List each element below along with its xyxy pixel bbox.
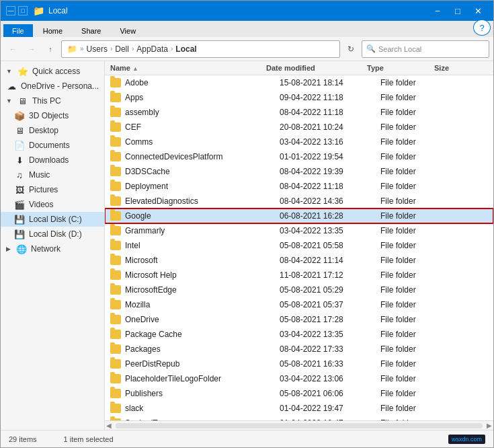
tab-home[interactable]: Home [34,24,71,37]
tab-share[interactable]: Share [73,24,110,37]
table-row[interactable]: Packages 08-04-2022 17:33 File folder [105,342,493,357]
file-type: File folder [380,300,448,309]
file-list: Adobe 15-08-2021 18:14 File folder Apps … [105,75,493,420]
table-row[interactable]: slack 01-04-2022 19:47 File folder [105,401,493,416]
table-row[interactable]: ElevatedDiagnostics 08-04-2022 14:36 Fil… [105,194,493,209]
sidebar-item-quick-access[interactable]: ▼ ⭐ Quick access [1,64,104,79]
minimize-icon[interactable]: — [6,6,15,15]
expand-icon: ▼ [6,98,12,104]
sidebar-item-downloads[interactable]: ⬇ Downloads [1,153,104,167]
table-row[interactable]: Deployment 08-04-2022 11:18 File folder [105,179,493,194]
file-name: Mozilla [125,300,150,309]
table-row[interactable]: SquirrelTemp 01-04-2022 19:47 File folde… [105,416,493,420]
horizontal-scrollbar[interactable]: ◀ ▶ [105,420,493,430]
breadcrumb-dell[interactable]: Dell [115,44,129,54]
scroll-left-arrow[interactable]: ◀ [105,422,113,429]
breadcrumb-users[interactable]: Users [87,44,108,54]
table-row[interactable]: Microsoft 08-04-2022 11:14 File folder [105,253,493,268]
table-row[interactable]: OneDrive 05-08-2021 17:28 File folder [105,312,493,327]
table-row[interactable]: MicrosoftEdge 05-08-2021 05:29 File fold… [105,283,493,297]
table-row[interactable]: Publishers 05-08-2021 06:06 File folder [105,386,493,401]
window-close-button[interactable]: ✕ [468,1,488,21]
help-button[interactable]: ? [473,20,491,36]
table-row[interactable]: D3DSCache 08-04-2022 19:39 File folder [105,164,493,179]
file-name-cell: OneDrive [110,315,280,324]
up-button[interactable]: ↑ [42,41,58,57]
sidebar-item-3d-objects[interactable]: 📦 3D Objects [1,108,104,123]
window-maximize-button[interactable]: □ [448,1,468,21]
file-type: File folder [380,182,448,191]
file-date: 08-04-2022 17:33 [280,344,380,354]
sidebar-label-music: Music [29,170,50,180]
breadcrumb: 📁 » Users › Dell › AppData › Local [67,44,197,54]
table-row[interactable]: PeerDistRepub 05-08-2021 16:33 File fold… [105,357,493,371]
table-row[interactable]: Apps 09-04-2022 11:18 File folder [105,90,493,105]
scroll-track[interactable] [116,423,483,428]
column-date[interactable]: Date modified [266,64,367,72]
sidebar-item-network[interactable]: ▶ 🌐 Network [1,241,104,256]
refresh-button[interactable]: ↻ [343,41,359,57]
column-type[interactable]: Type [367,64,434,72]
breadcrumb-local[interactable]: Local [175,44,196,54]
table-row[interactable]: CEF 20-08-2021 10:24 File folder [105,120,493,135]
folder-icon [110,418,121,420]
table-row[interactable]: Comms 03-04-2022 13:16 File folder [105,135,493,149]
file-type: File folder [380,404,448,413]
table-row[interactable]: Grammarly 03-04-2022 13:35 File folder [105,223,493,238]
music-icon: ♫ [14,170,25,180]
folder-icon [110,285,121,295]
search-box[interactable]: 🔍 Search Local [362,40,489,58]
table-row[interactable]: assembly 08-04-2022 11:18 File folder [105,105,493,120]
pictures-icon: 🖼 [14,184,25,195]
sidebar-label-network: Network [31,244,60,254]
file-date: 08-04-2022 11:18 [280,108,380,117]
sidebar-item-music[interactable]: ♫ Music [1,167,104,182]
sidebar-item-documents[interactable]: 📄 Documents [1,138,104,153]
folder-icon [110,359,121,369]
file-type: File folder [380,137,448,147]
table-row[interactable]: PlaceholderTileLogoFolder 03-04-2022 13:… [105,371,493,386]
file-explorer-window: — □ 📁 Local − □ ✕ File Home Share View ?… [0,0,494,448]
tab-file[interactable]: File [3,24,33,37]
sidebar: ▼ ⭐ Quick access ☁ OneDrive - Persona...… [1,61,105,430]
table-row[interactable]: Adobe 15-08-2021 18:14 File folder [105,75,493,90]
videos-icon: 🎬 [14,199,25,210]
sidebar-item-local-c[interactable]: 💾 Local Disk (C:) [1,212,104,227]
address-bar[interactable]: 📁 » Users › Dell › AppData › Local [61,40,340,58]
window-minimize-button[interactable]: − [427,1,448,21]
title-bar-icons: — □ [6,6,28,15]
tab-view[interactable]: View [111,24,145,37]
column-size[interactable]: Size [434,64,475,72]
table-row[interactable]: Microsoft Help 11-08-2021 17:12 File fol… [105,268,493,283]
file-date: 11-08-2021 17:12 [280,270,380,280]
sidebar-item-local-d[interactable]: 💾 Local Disk (D:) [1,227,104,241]
sidebar-item-onedrive[interactable]: ☁ OneDrive - Persona... [1,79,104,94]
table-row[interactable]: ConnectedDevicesPlatform 01-01-2022 19:5… [105,149,493,164]
scroll-right-arrow[interactable]: ▶ [485,422,493,429]
table-row[interactable]: Package Cache 03-04-2022 13:35 File fold… [105,327,493,342]
sidebar-item-desktop[interactable]: 🖥 Desktop [1,123,104,138]
file-name: Package Cache [125,330,182,339]
status-right: wsxdn.com [448,435,485,444]
sidebar-label-documents: Documents [29,141,70,150]
wsxdn-badge: wsxdn.com [448,435,485,444]
sidebar-label-this-pc: This PC [32,96,61,106]
maximize-icon[interactable]: □ [18,6,28,15]
file-date: 15-08-2021 18:14 [280,78,380,87]
sidebar-item-videos[interactable]: 🎬 Videos [1,197,104,212]
forward-button[interactable]: → [24,41,40,57]
table-row[interactable]: Mozilla 05-08-2021 05:37 File folder [105,297,493,312]
file-name: Google [125,211,151,221]
local-c-icon: 💾 [14,214,25,225]
file-type: File folder [380,241,448,250]
file-type: File folder [380,167,448,176]
file-name-cell: CEF [110,122,280,132]
sidebar-item-pictures[interactable]: 🖼 Pictures [1,182,104,197]
back-button[interactable]: ← [5,41,21,57]
column-name[interactable]: Name ▲ [110,64,266,72]
table-row[interactable]: Google 06-08-2021 16:28 File folder [105,209,493,223]
sidebar-item-this-pc[interactable]: ▼ 🖥 This PC [1,94,104,108]
breadcrumb-appdata[interactable]: AppData [136,44,168,54]
table-row[interactable]: Intel 05-08-2021 05:58 File folder [105,238,493,253]
breadcrumb-icon: 📁 [67,44,77,54]
